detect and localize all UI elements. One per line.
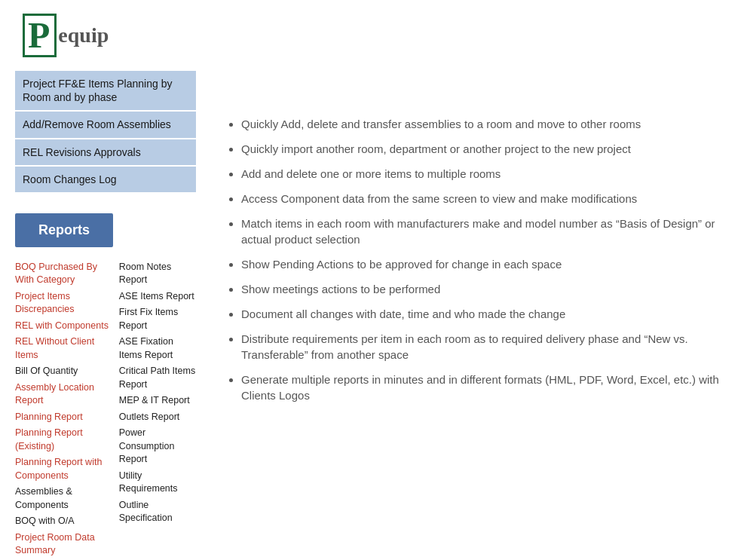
- report-first-fix[interactable]: First Fix Items Report: [119, 306, 196, 332]
- reports-col-1: BOQ Purchased By With Category Project I…: [15, 261, 112, 560]
- report-utility-req[interactable]: Utility Requirements: [119, 470, 196, 496]
- report-rel-without-client[interactable]: REL Without Client Items: [15, 335, 112, 362]
- report-project-room-summary[interactable]: Project Room Data Summary: [15, 531, 112, 558]
- report-planning-existing[interactable]: Planning Report (Existing): [15, 427, 112, 453]
- reports-col-2: Room Notes Report ASE Items Report First…: [119, 261, 196, 560]
- logo-area: P equip: [15, 14, 738, 57]
- logo-p-letter: P: [23, 14, 57, 57]
- bullet-8: Document all changes with date, time and…: [241, 306, 738, 322]
- bullet-9: Distribute requirements per item in each…: [241, 331, 738, 363]
- page-wrapper: P equip Project FF&E Items Planning by R…: [0, 0, 753, 560]
- report-project-items[interactable]: Project Items Discrepancies: [15, 290, 112, 317]
- reports-list: BOQ Purchased By With Category Project I…: [15, 261, 196, 560]
- report-boq-purchased[interactable]: BOQ Purchased By With Category: [15, 261, 112, 287]
- bullet-10: Generate multiple reports in minutes and…: [241, 372, 738, 403]
- report-outlets[interactable]: Outlets Report: [119, 411, 196, 424]
- report-planning[interactable]: Planning Report: [15, 411, 112, 424]
- report-critical-path[interactable]: Critical Path Items Report: [119, 365, 196, 391]
- nav-item-room-changes[interactable]: Room Changes Log: [15, 167, 196, 192]
- report-assemblies-components[interactable]: Assemblies & Components: [15, 485, 112, 512]
- report-mep-it[interactable]: MEP & IT Report: [119, 394, 196, 408]
- nav-item-rel-revisions[interactable]: REL Revisions Approvals: [15, 139, 196, 165]
- report-ase-fixation[interactable]: ASE Fixation Items Report: [119, 335, 196, 362]
- bullet-6: Show Pending Actions to be approved for …: [241, 256, 738, 272]
- reports-button[interactable]: Reports: [15, 213, 113, 247]
- feature-list: Quickly Add, delete and transfer assembl…: [226, 116, 738, 403]
- nav-items: Project FF&E Items Planning by Room and …: [15, 71, 196, 192]
- report-bill-quantity[interactable]: Bill Of Quantity: [15, 365, 112, 378]
- report-outline-spec[interactable]: Outline Specification: [119, 499, 196, 525]
- report-assembly-location[interactable]: Assembly Location Report: [15, 381, 112, 408]
- logo-text: equip: [58, 23, 109, 47]
- report-power-consumption[interactable]: Power Consumption Report: [119, 427, 196, 467]
- nav-item-ff-e[interactable]: Project FF&E Items Planning by Room and …: [15, 71, 196, 110]
- nav-item-add-remove[interactable]: Add/Remove Room Assemblies: [15, 112, 196, 137]
- report-room-notes[interactable]: Room Notes Report: [119, 261, 196, 287]
- bullet-4: Access Component data from the same scre…: [241, 191, 738, 207]
- report-boq-oa[interactable]: BOQ with O/A: [15, 515, 112, 528]
- bullet-3: Add and delete one or more items to mult…: [241, 166, 738, 182]
- report-planning-components[interactable]: Planning Report with Components: [15, 456, 112, 482]
- bullet-7: Show meetings actions to be performed: [241, 281, 738, 297]
- left-panel: Project FF&E Items Planning by Room and …: [15, 71, 196, 560]
- bullet-1: Quickly Add, delete and transfer assembl…: [241, 116, 738, 132]
- main-layout: Project FF&E Items Planning by Room and …: [15, 71, 738, 560]
- report-ase-items[interactable]: ASE Items Report: [119, 290, 196, 304]
- bullet-5: Match items in each room with manufactur…: [241, 216, 738, 247]
- report-rel-components[interactable]: REL with Components: [15, 320, 112, 333]
- bullet-2: Quickly import another room, department …: [241, 141, 738, 157]
- right-panel: Quickly Add, delete and transfer assembl…: [219, 71, 738, 560]
